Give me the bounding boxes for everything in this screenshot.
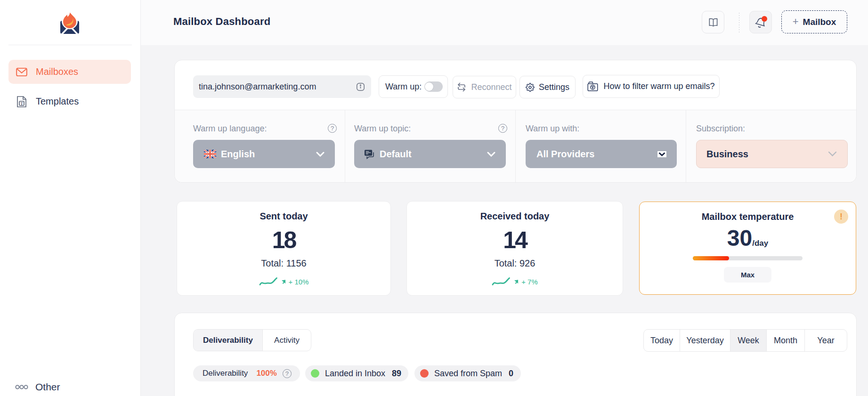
svg-text:T: T [20,101,23,105]
